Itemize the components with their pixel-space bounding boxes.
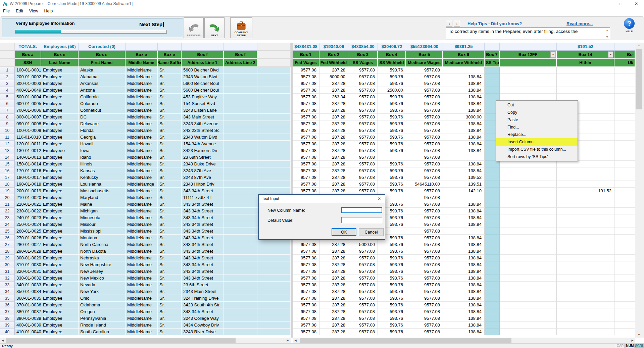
cell-last[interactable]: Employee: [41, 282, 79, 288]
cell-addr1[interactable]: 343 34th Street: [182, 228, 224, 235]
cell-sswh[interactable]: 593.76: [378, 322, 406, 329]
cell-addr1[interactable]: 343 34th Street: [182, 201, 224, 208]
cell-addr2[interactable]: [224, 228, 257, 235]
cell-mwh[interactable]: 138.84: [443, 302, 485, 308]
row-number[interactable]: 11: [0, 134, 15, 141]
cell-mwh[interactable]: 138.84: [443, 241, 485, 248]
cell-ssw[interactable]: 9577.08: [348, 302, 378, 308]
cell-ssn[interactable]: 320-01-0031: [15, 268, 41, 275]
cell-b12[interactable]: [500, 261, 557, 268]
company-setup-button[interactable]: COMPANY SETUP: [230, 17, 252, 38]
row-number[interactable]: 37: [0, 308, 15, 315]
cell-ssn[interactable]: 350-01-0034: [15, 288, 41, 295]
cell-ssn[interactable]: 410-01-0040: [15, 329, 41, 335]
row-number[interactable]: 5: [0, 94, 15, 100]
cell-b12[interactable]: [500, 268, 557, 275]
cell-b12[interactable]: [500, 295, 557, 302]
cell-b14[interactable]: [557, 80, 614, 87]
cell-mw[interactable]: 54645110.00: [406, 181, 443, 188]
cell-first[interactable]: Oregon: [79, 308, 126, 315]
cell-suffix[interactable]: Sr.: [158, 228, 182, 235]
row-number[interactable]: 33: [0, 282, 15, 288]
context-menu-item-cut[interactable]: Cut: [496, 101, 578, 109]
cell-suffix[interactable]: Sr.: [158, 120, 182, 127]
cell-first[interactable]: New Hampshire: [79, 261, 126, 268]
box-header-middle[interactable]: Box e: [126, 51, 158, 59]
cell-addr2[interactable]: [224, 261, 257, 268]
cell-addr1[interactable]: 2343 Walton Blvd: [182, 134, 224, 141]
cell-suffix[interactable]: Sr.: [158, 275, 182, 282]
cell-suffix[interactable]: Sr.: [158, 315, 182, 322]
help-tips-next-button[interactable]: ›: [454, 21, 460, 27]
column-header-sst[interactable]: SS Tips: [485, 59, 500, 67]
cell-fwh[interactable]: 287.28: [319, 295, 348, 302]
column-header-b12[interactable]: [500, 59, 557, 67]
cell-addr2[interactable]: [224, 147, 257, 154]
cell-b16[interactable]: [614, 67, 635, 73]
cell-first[interactable]: Idaho: [79, 154, 126, 161]
cell-b16[interactable]: [614, 141, 635, 147]
cell-addr2[interactable]: [224, 127, 257, 134]
cell-b16[interactable]: [614, 248, 635, 255]
cell-mwh[interactable]: 142.10: [443, 188, 485, 194]
cell-addr2[interactable]: [224, 241, 257, 248]
cell-sswh[interactable]: [378, 154, 406, 161]
cell-sst[interactable]: [485, 268, 500, 275]
cell-fw[interactable]: 9577.08: [293, 275, 319, 282]
cell-mw[interactable]: 9577.08: [406, 161, 443, 167]
cell-sst[interactable]: [485, 201, 500, 208]
cell-addr1[interactable]: 11111 xvdfz 4 f: [182, 194, 224, 201]
cell-mwh[interactable]: 138.84: [443, 221, 485, 228]
cell-filler[interactable]: [257, 295, 291, 302]
cell-middle[interactable]: MiddleName: [126, 147, 158, 154]
cell-b12[interactable]: [500, 208, 557, 214]
box-header-sswh[interactable]: Box 4: [378, 51, 406, 59]
cell-suffix[interactable]: Sr.: [158, 167, 182, 174]
cell-suffix[interactable]: Sr.: [158, 308, 182, 315]
cell-mwh[interactable]: 139.51: [443, 181, 485, 188]
cell-ssn[interactable]: 330-01-0032: [15, 275, 41, 282]
cell-addr1[interactable]: 23 68th Street: [182, 154, 224, 161]
cell-fw[interactable]: 9577.08: [293, 154, 319, 161]
cell-mw[interactable]: 9577.08: [406, 194, 443, 201]
cell-addr2[interactable]: [224, 114, 257, 120]
cell-suffix[interactable]: Sr.: [158, 181, 182, 188]
cell-last[interactable]: Employee: [41, 188, 79, 194]
cell-addr2[interactable]: [224, 221, 257, 228]
cell-last[interactable]: Employee: [41, 94, 79, 100]
cell-sst[interactable]: [485, 322, 500, 329]
cell-sst[interactable]: [485, 181, 500, 188]
cell-b12[interactable]: [500, 308, 557, 315]
cell-suffix[interactable]: Sr.: [158, 221, 182, 228]
cell-suffix[interactable]: Sr.: [158, 302, 182, 308]
cell-ssn[interactable]: 500-01-0004: [15, 94, 41, 100]
cell-b16[interactable]: [614, 268, 635, 275]
cell-fw[interactable]: 9577.08: [293, 80, 319, 87]
cell-suffix[interactable]: Sr.: [158, 241, 182, 248]
cell-middle[interactable]: MiddleName: [126, 235, 158, 241]
cell-suffix[interactable]: Sr.: [158, 268, 182, 275]
cell-addr2[interactable]: [224, 288, 257, 295]
cell-addr1[interactable]: 3243 College Way: [182, 315, 224, 322]
cell-last[interactable]: Employee: [41, 201, 79, 208]
column-dropdown-icon[interactable]: ▼: [550, 51, 556, 58]
cell-sswh[interactable]: 593.76: [378, 268, 406, 275]
cell-first[interactable]: Oklahoma: [79, 302, 126, 308]
cell-suffix[interactable]: Sr.: [158, 214, 182, 221]
cell-ssn[interactable]: 390-01-0038: [15, 315, 41, 322]
cell-mw[interactable]: 9577.08: [406, 107, 443, 114]
cell-suffix[interactable]: Sr.: [158, 161, 182, 167]
cell-sst[interactable]: [485, 288, 500, 295]
cell-fw[interactable]: 9577.08: [293, 188, 319, 194]
cell-addr1[interactable]: 5600 Belcher Boul: [182, 80, 224, 87]
next-button[interactable]: NEXT: [204, 17, 225, 38]
row-number[interactable]: 39: [0, 322, 15, 329]
cell-addr2[interactable]: [224, 174, 257, 181]
menu-help[interactable]: Help: [41, 7, 56, 15]
row-number[interactable]: 12: [0, 141, 15, 147]
cell-b16[interactable]: [614, 255, 635, 261]
scroll-right-arrow-icon[interactable]: ▶: [285, 338, 291, 343]
cell-suffix[interactable]: Sr.: [158, 194, 182, 201]
cell-b12[interactable]: [500, 275, 557, 282]
cell-ssn[interactable]: 170-01-0016: [15, 167, 41, 174]
